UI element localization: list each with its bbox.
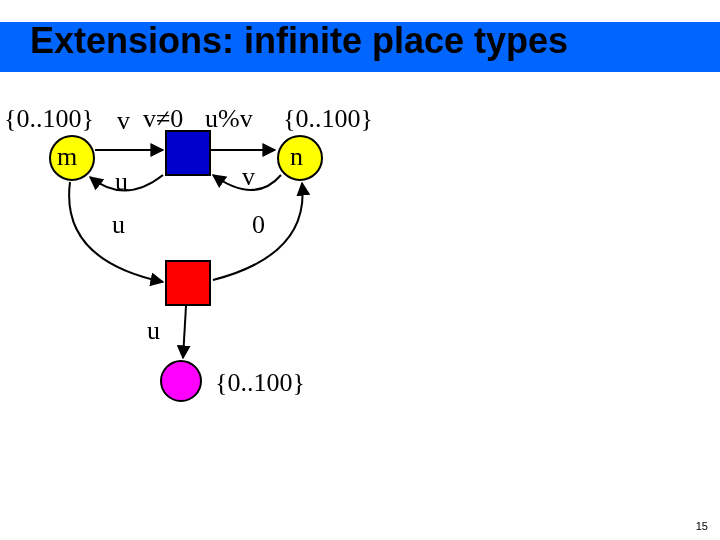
arc-label-red-to-bottom: u [147, 316, 160, 346]
arc-label-n-to-blue-curve: u [115, 167, 128, 197]
transition-blue [165, 130, 211, 176]
place-bottom-type: {0..100} [215, 368, 305, 398]
arc-label-blue-to-n: v [242, 162, 255, 192]
diagram-arrows [0, 0, 720, 540]
place-m-type: {0..100} [4, 104, 94, 134]
transition-red [165, 260, 211, 306]
place-n-type: {0..100} [283, 104, 373, 134]
place-bottom [160, 360, 202, 402]
transition-blue-guard-right: u%v [205, 104, 253, 134]
transition-blue-guard-left: v≠0 [143, 104, 183, 134]
place-m-label: m [57, 142, 77, 172]
diagram-stage: m {0..100} n {0..100} {0..100} v≠0 u%v v… [0, 0, 720, 540]
slide-number: 15 [696, 520, 708, 532]
arc-label-blue-to-m-curve: u [112, 210, 125, 240]
svg-line-2 [183, 306, 186, 358]
arc-label-red-to-n: 0 [252, 210, 265, 240]
place-n-label: n [290, 142, 303, 172]
arc-label-m-to-blue: v [117, 106, 130, 136]
